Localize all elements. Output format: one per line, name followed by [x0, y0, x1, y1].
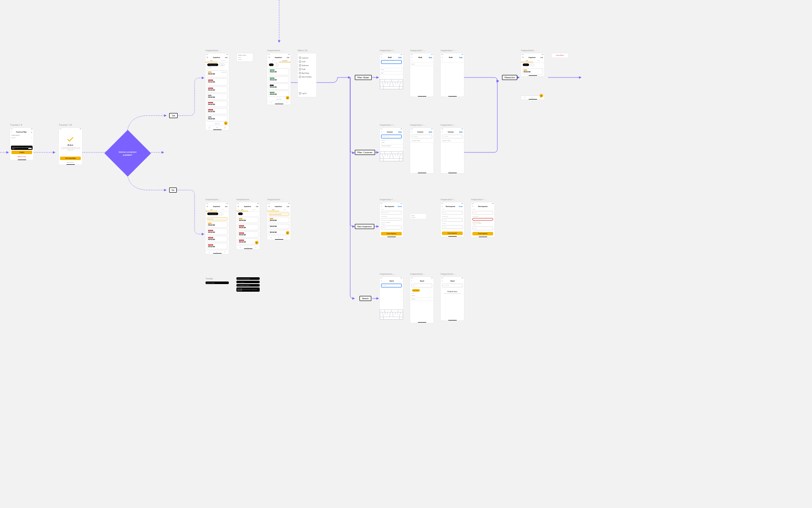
title-menu: Menu Dr... [298, 49, 310, 52]
frame-new-insp-2[interactable]: 9:41●●● ‹New InspectionCreate Model D6 X… [441, 202, 464, 237]
flow-canvas[interactable]: Internet connection available? Yes No Fi… [0, 0, 592, 367]
title-tooltip: Tooltip [206, 277, 213, 280]
frame-filtered[interactable]: 9:41●●● ☰Inspections⚲ ⚙ TodoDone D6 XE⋯ … [521, 53, 544, 76]
frame-search-1[interactable]: 9:41●●● ‹Search Q Search [380, 277, 403, 320]
frame-filter-model-2[interactable]: 9:41●●● ‹ModelApply All○ D6 XE○ [410, 53, 433, 97]
title-insp-completed: Inspections ... [267, 49, 283, 52]
label-filter-model: Filter: Model [355, 75, 372, 80]
dark-tooltip: Complete below and a copy of a system-ge… [11, 146, 33, 150]
decision-text: Internet connection available? [115, 151, 140, 156]
frame-search-noresults[interactable]: 9:41●●● ‹Search d6 xe model No Results F… [441, 277, 464, 320]
title-tut10: Tutorial / 10 [59, 124, 72, 126]
create-inspection-button[interactable]: Create Inspection [381, 232, 402, 235]
label-filter-customer: Filter: Customer [355, 150, 375, 155]
frame-tutorial-10[interactable]: 9:41●●● All done! My inspection has been… [59, 128, 82, 165]
frame-insp-no1[interactable]: 9:41●●● ☰Inspections⚲ ⚙ TodoDone Unsynce… [206, 202, 229, 254]
tooltip-stack-1: Feature description [206, 282, 229, 285]
decision-diamond[interactable]: Internet connection available? [104, 130, 151, 177]
frame-menu[interactable]: Inspections Invites Notifications Profil… [298, 53, 316, 97]
clear-filters-popover[interactable]: Clear all filters [551, 53, 568, 58]
frame-filter-model-3[interactable]: 9:41●●● ‹ModelApply All○ [441, 53, 464, 97]
popover-recent[interactable]: Recently Viewed Home Module [237, 53, 253, 61]
customer-input[interactable]: Customer name [381, 135, 402, 138]
tooltip-stack-2: There are unsynced changes✕ Sync in prog… [236, 277, 260, 293]
title-tut9: Tutorial / 9 [10, 124, 22, 126]
frame-insp-no2[interactable]: 9:41●●● ☰Inspections⚲ ⚙ TodoDone All Dra… [236, 202, 260, 249]
next-button[interactable]: Next [28, 148, 32, 149]
start-app-button[interactable]: Start Using the App [60, 157, 81, 160]
check-icon [67, 137, 74, 142]
frame-filtered-nav[interactable]: + ◉◉◉ [521, 96, 544, 99]
connectors [0, 0, 592, 367]
frame-filter-model-1[interactable]: 9:41●●● ‹ModelApply Search input All○ D6… [380, 53, 403, 89]
complete-button[interactable]: Complete [11, 151, 32, 154]
frame-search-2[interactable]: 9:41●●● ‹Search Q d6 D6 XE 24a Recent Re… [410, 277, 433, 323]
frame-insp-yes[interactable]: 9:41●●● ☰Inspections⚲ ⚙ TodoCompleted Un… [206, 53, 229, 130]
frame-filter-customer-3[interactable]: 9:41●●● ‹CustomerApply Q machine Machine… [441, 128, 464, 173]
search-input[interactable]: Q Search [381, 284, 402, 287]
fab-add[interactable]: + [286, 96, 289, 99]
tutorial-link[interactable]: Do the tutorial [59, 161, 82, 164]
label-search: Search [359, 296, 371, 301]
frame-filter-customer-2[interactable]: 9:41●●● ‹CustomerApply Q machine Machine… [410, 128, 433, 173]
label-filtered-list: Filtered list [502, 75, 517, 80]
search-input[interactable]: Search input [381, 60, 402, 64]
frame-insp-completed[interactable]: 9:41●●● ☰Inspections⚲ ⚙ TodoCompleted Al… [267, 53, 291, 105]
frame-insp-no3[interactable]: 9:41●●● ☰Inspections⚲ ⚙ TodoDone There a… [267, 202, 291, 240]
label-no: No [169, 188, 177, 193]
frame-new-insp-1[interactable]: 9:41●●● ‹New InspectionCancel Model Sele… [380, 202, 403, 237]
frame-new-insp-err[interactable]: 9:41●●● ‹New Inspection Model D6 XE › Se… [471, 202, 494, 237]
title-insp-yes: Inspections ... [206, 49, 221, 52]
report-issue-link[interactable]: Report an issue [11, 155, 32, 158]
popover-dropdown[interactable]: Option A Option B [410, 214, 426, 219]
frame-filter-customer-1[interactable]: 9:41●●● ‹CustomerApply Customer name Sug… [380, 128, 403, 161]
label-new-inspection: New Inspection [355, 224, 374, 229]
frame-tutorial-9[interactable]: 9:41●●● ‹Create your Repo⋯ Project Name … [10, 128, 33, 160]
clear-filters-link[interactable]: Clear all filters [553, 55, 567, 56]
label-yes: Yes [169, 113, 178, 118]
